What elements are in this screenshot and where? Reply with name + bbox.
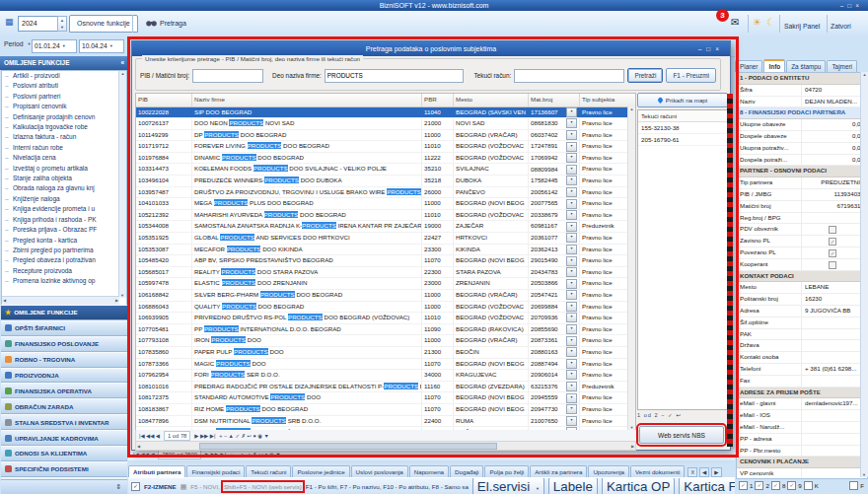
column-header-naziv-firme[interactable]: Naziv firme (192, 94, 422, 106)
search-button[interactable]: Pretraži (627, 68, 663, 83)
sidebar-tree-item[interactable]: Interni račun robe (2, 143, 126, 153)
f2-checkbox[interactable]: ✓ (131, 482, 140, 491)
checkbox-unchecked-icon[interactable] (829, 226, 836, 234)
sidebar-tree-item[interactable]: Knjiga prihoda i rashoda - PK (2, 215, 126, 225)
property-row[interactable]: Šifra04720 (737, 85, 867, 97)
sidebar-menu-finansijska-operativa[interactable]: FINANSIJSKA OPERATIVA (1, 383, 127, 398)
account-input[interactable] (514, 69, 624, 83)
window-controls[interactable]: –□× (840, 0, 863, 11)
mail-icon[interactable]: ✉ (731, 17, 739, 28)
right-tab-tajmeri[interactable]: Tajmeri (827, 60, 857, 72)
results-grid-header[interactable]: PIBNaziv firmePBRMestoMat.brojTip subjek… (136, 94, 635, 107)
column-header-tip-subjekta[interactable]: Tip subjekta (580, 94, 636, 106)
pager-prev-icons[interactable]: |◀ ◀◀ ◀ (133, 452, 154, 458)
checkbox-checked-icon[interactable]: ✓ (829, 249, 836, 257)
sidebar-vscrollbar[interactable]: ▲▼ (118, 71, 126, 298)
property-row[interactable]: Država (737, 340, 867, 352)
dropdown-icon[interactable]: ▼ (566, 370, 577, 380)
flag-checkbox-1[interactable]: ✓ (739, 481, 748, 490)
dropdown-icon[interactable]: ▼ (566, 210, 577, 220)
tab-upozorenja[interactable]: Upozorenja (588, 465, 629, 477)
dropdown-icon[interactable]: ▼ (566, 118, 577, 128)
sidebar-menu-finansijsko-poslovanje[interactable]: FINANSIJSKO POSLOVANJE (1, 336, 127, 352)
sidebar-header[interactable]: OMILJENE FUNKCIJE« (0, 56, 128, 70)
table-row[interactable]: 105485420ABP BV, SRPSKO PREDSTAVNIŠTVO B… (136, 255, 635, 267)
property-row[interactable]: Povezano PL✓ (737, 247, 867, 259)
table-row[interactable]: 105351925GLOBAL PRODUCTS AND SERVICES DO… (136, 233, 635, 245)
el-servisi-button[interactable]: El.servisi ▼ (472, 477, 544, 494)
table-row[interactable]: 108101016PREDRAG RADOJČIĆ PR OSTALE DIZA… (136, 382, 635, 393)
period-to-input[interactable]: 10.04.24▼ (79, 39, 124, 53)
tab-doga-aji[interactable]: Događaji (450, 465, 483, 477)
table-row[interactable]: 103496104PREDUZEĆE WINNERS-PRODUCTS DOO … (136, 176, 635, 187)
property-row[interactable]: PDV obveznik (737, 224, 867, 236)
sidebar-menu-obra-un-zarada[interactable]: OBRAČUN ZARADA (1, 398, 127, 414)
checkbox-unchecked-icon[interactable] (829, 261, 836, 269)
flag-checkbox-2[interactable]: ✓ (755, 481, 763, 490)
pager-edit-icons[interactable]: + − ▲ ✓ ✗ ↩ ● ◉ ▼ (230, 452, 280, 458)
right-tab-za-tampu[interactable]: Za štampu (786, 60, 826, 72)
dropdown-icon[interactable]: ▼ (566, 336, 577, 346)
property-row[interactable]: Matični broj67196317 (737, 201, 867, 213)
tab-artikli-za-partnera[interactable]: Artikli za partnera (530, 465, 587, 477)
sidebar-menu-stalna-sredstva-i-inventar[interactable]: STALNA SREDSTVA I INVENTAR (1, 414, 127, 430)
table-row[interactable]: 105997478ELASTIC PRODUCTS DOO ZRENJANIN2… (136, 278, 635, 290)
tab-polja-po-elji[interactable]: Polja po želji (484, 465, 529, 477)
dropdown-icon[interactable]: ▼ (566, 245, 577, 254)
sidebar-tree-item[interactable]: Obrada naloga za glavnu knj (2, 183, 126, 193)
dropdown-icon[interactable]: ▼ (566, 404, 577, 414)
table-row[interactable]: 108172375STANDARD AUTOMOTIVE PRODUCTS DO… (136, 392, 635, 404)
sidebar-tree-item[interactable]: Stanje zaliha objekta (2, 174, 126, 183)
flag-checkbox-8[interactable]: ✓ (771, 481, 780, 490)
dropdown-icon[interactable]: ▼ (566, 130, 577, 140)
dropdown-icon[interactable]: ▼ (566, 256, 577, 266)
tab-teku-i-ra-uni[interactable]: Tekući računi (246, 465, 291, 477)
table-row[interactable]: 103314473KOELEMAN FOODS PRODUCTS DOO SVI… (136, 164, 635, 176)
sidebar-tree-item[interactable]: Definisanje prodajnih cenovn (2, 112, 126, 122)
dropdown-icon[interactable]: ▼ (566, 199, 577, 209)
sidebar-tree-item[interactable]: Artikli - proizvodi (2, 71, 126, 81)
period-from-input[interactable]: 01.01.24▼ (32, 39, 77, 53)
show-on-map-button[interactable]: Prikaži na mapi (637, 93, 728, 107)
tab-osnovne-funkcije[interactable]: Osnovne funkcije (69, 15, 138, 33)
property-row[interactable]: Dospela potraži...0,00 (737, 155, 867, 167)
property-row[interactable]: Kontakt osoba (737, 352, 867, 364)
table-row[interactable]: 101149299DP PRODUCTS DOO BEOGRAD11000BEO… (136, 130, 635, 142)
sidebar-tree-item[interactable]: Knjiženje naloga (2, 194, 126, 204)
modal-titlebar[interactable]: Pretraga podataka o poslovnim subjektima… (132, 41, 730, 56)
flag-checkbox-9[interactable]: ✓ (787, 481, 796, 490)
table-row[interactable]: 103957487DRUŠTVO ZA PROIZVODNJU, TRGOVIN… (136, 187, 635, 199)
property-row[interactable]: Poštanski broj16230 (737, 294, 867, 306)
tab-finansijski-podaci[interactable]: Finansijski podaci (186, 465, 245, 477)
sidebar-tree-item[interactable]: Poreska prijava - Obrazac PF (2, 225, 126, 235)
sidebar-menu-omiljene-funkcije[interactable]: ★OMILJENE FUNKCIJE (1, 305, 127, 320)
dropdown-icon[interactable]: ▼ (566, 107, 577, 117)
dropdown-icon[interactable]: ▼ (566, 290, 577, 300)
flag-checkbox-K[interactable] (804, 481, 813, 490)
modal-controls[interactable]: –□× (698, 41, 724, 56)
sidebar-tree-item[interactable]: Izveštaj o prometu artikala (2, 164, 126, 174)
dropdown-icon[interactable]: ▼ (566, 416, 577, 426)
pib-input[interactable] (192, 69, 263, 83)
right-tab-info[interactable]: Info (763, 59, 785, 72)
account-item[interactable]: 155-32130-38 (638, 122, 727, 134)
sidebar-menu-op-ti-ifarnici[interactable]: OPŠTI ŠIFARNICI (1, 320, 127, 336)
sidebar-tree-item[interactable]: Pregled obaveza i potraživan (2, 255, 126, 265)
tab-napomena[interactable]: Napomena (409, 465, 449, 477)
sidebar-tree-item[interactable]: Propisani cenovnik (2, 102, 126, 111)
table-row[interactable]: 106939905PRIVREDNO DRUŠTVO RS-POL PRODUC… (136, 313, 635, 324)
dropdown-icon[interactable]: ▼ (566, 267, 577, 277)
table-row[interactable]: 104101033MEGA PRODUCTS PLUS DOO BEOGRAD1… (136, 198, 635, 210)
property-row[interactable]: PAK (737, 329, 867, 341)
dropdown-icon[interactable]: ▼ (566, 393, 577, 403)
dropdown-icon[interactable]: ▼ (566, 302, 577, 312)
tab-poslovne-jedinice[interactable]: Poslovne jedinice (292, 465, 349, 477)
year-spinner[interactable]: ▲▼ (57, 16, 67, 32)
kartica-op-button[interactable]: Kartica OP (602, 477, 675, 494)
tab-vezni-dokumenti[interactable]: Vezni dokumenti (630, 465, 685, 477)
dropdown-icon[interactable]: ▼ (566, 142, 577, 152)
sidebar-tree-item[interactable]: Poslovni atributi (2, 81, 126, 91)
sidebar-tree-item[interactable]: Knjiga evidencije prometa i u (2, 204, 126, 214)
dropdown-icon[interactable]: ▼ (566, 347, 577, 357)
table-row[interactable]: 106886043QUALITY PRODUCTS DOO BEOGRAD110… (136, 302, 635, 314)
